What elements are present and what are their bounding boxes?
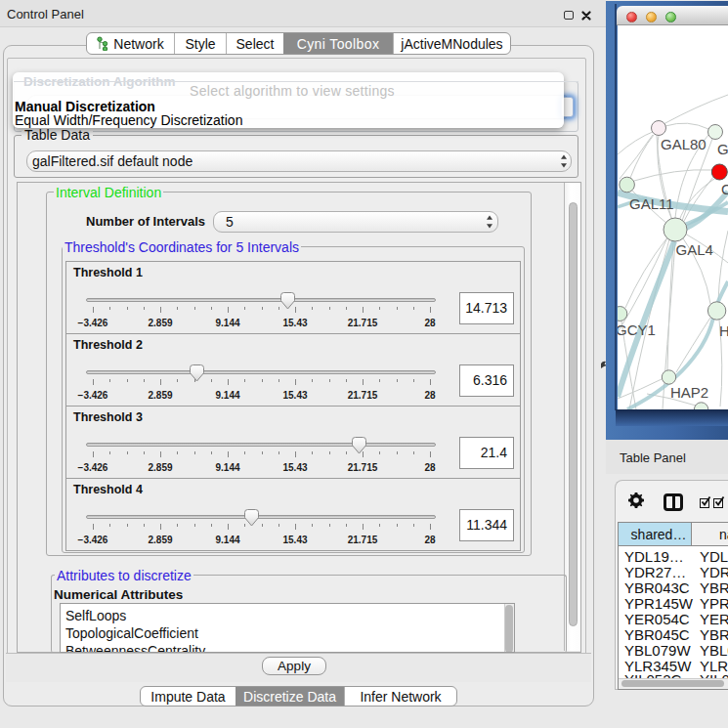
svg-text:HAP2: HAP2: [670, 384, 708, 401]
svg-text:GAL4: GAL4: [676, 241, 713, 258]
svg-text:GCY1: GCY1: [618, 321, 656, 338]
svg-text:GAL80: GAL80: [661, 136, 707, 152]
svg-text:HIS4: HIS4: [719, 322, 728, 339]
svg-text:GAL3: GAL3: [717, 141, 728, 157]
svg-text:CYC8: CYC8: [721, 181, 728, 197]
svg-text:GAL11: GAL11: [629, 195, 674, 212]
